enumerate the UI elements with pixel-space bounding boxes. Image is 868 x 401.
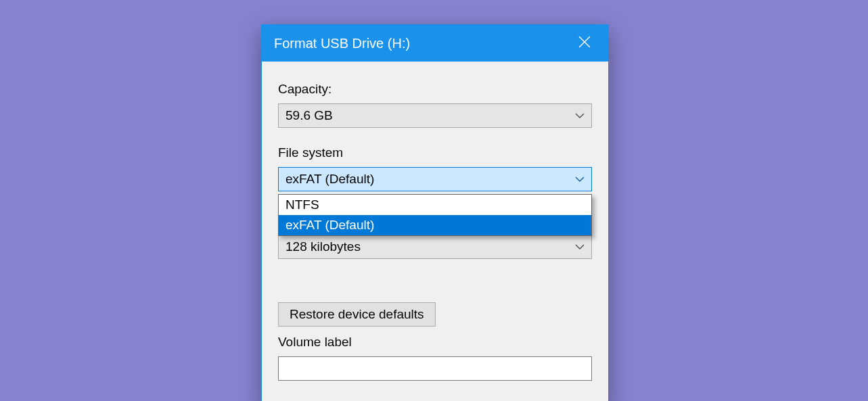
volume-section: Volume label bbox=[278, 335, 592, 381]
capacity-combo[interactable]: 59.6 GB bbox=[278, 103, 592, 128]
dialog-body: Capacity: 59.6 GB File system exFAT (Def… bbox=[262, 62, 608, 401]
format-dialog: Format USB Drive (H:) Capacity: 59.6 GB … bbox=[261, 24, 609, 401]
restore-defaults-button[interactable]: Restore device defaults bbox=[278, 302, 436, 327]
close-button[interactable] bbox=[561, 25, 608, 62]
filesystem-label: File system bbox=[278, 145, 592, 160]
allocation-combo[interactable]: 128 kilobytes bbox=[278, 235, 592, 259]
volume-label-input[interactable] bbox=[278, 356, 592, 381]
titlebar: Format USB Drive (H:) bbox=[262, 25, 608, 62]
capacity-value: 59.6 GB bbox=[285, 108, 575, 123]
capacity-label: Capacity: bbox=[278, 82, 592, 97]
chevron-down-icon bbox=[575, 242, 585, 252]
filesystem-option-exfat[interactable]: exFAT (Default) bbox=[279, 215, 591, 235]
chevron-down-icon bbox=[575, 174, 585, 184]
volume-label-text: Volume label bbox=[278, 335, 592, 350]
filesystem-combo[interactable]: exFAT (Default) bbox=[278, 167, 592, 191]
chevron-down-icon bbox=[575, 111, 585, 120]
filesystem-option-ntfs[interactable]: NTFS bbox=[279, 195, 591, 215]
filesystem-section: File system exFAT (Default) bbox=[278, 145, 592, 191]
restore-area: Restore device defaults bbox=[278, 273, 592, 327]
capacity-section: Capacity: 59.6 GB bbox=[278, 82, 592, 128]
window-title: Format USB Drive (H:) bbox=[274, 36, 561, 51]
allocation-value: 128 kilobytes bbox=[285, 239, 575, 254]
close-icon bbox=[578, 36, 591, 51]
filesystem-value: exFAT (Default) bbox=[285, 172, 575, 187]
filesystem-dropdown[interactable]: NTFS exFAT (Default) bbox=[278, 194, 592, 236]
